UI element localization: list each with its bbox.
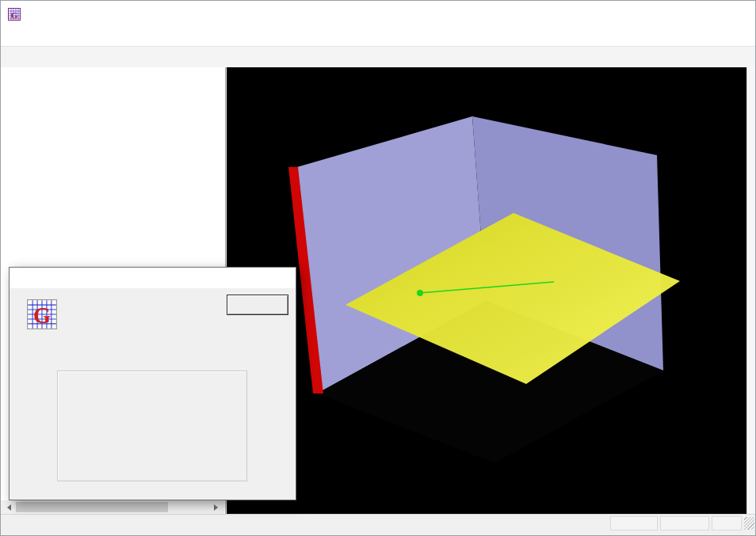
svg-text:G: G — [11, 10, 18, 20]
menu-view[interactable] — [17, 35, 31, 40]
menu-help[interactable] — [74, 35, 88, 40]
menu-bar — [1, 28, 755, 46]
menu-graphic[interactable] — [59, 35, 74, 40]
tree-hscrollbar — [1, 500, 224, 514]
menu-project[interactable] — [2, 35, 17, 40]
plot-right-margin — [746, 67, 756, 514]
dialog-title-bar — [10, 268, 296, 288]
skm-logo-icon: G — [27, 299, 57, 329]
status-bar — [1, 514, 755, 532]
ok-button[interactable] — [227, 295, 288, 315]
left-arrow-icon — [4, 504, 11, 511]
app-icon: G — [8, 8, 21, 21]
probe-marker — [417, 290, 423, 296]
app-window: G — [0, 0, 756, 536]
svg-text:G: G — [33, 303, 51, 328]
menu-study[interactable] — [31, 35, 45, 40]
tool-bar — [1, 46, 755, 69]
scroll-right-button[interactable] — [211, 500, 224, 514]
dialog-close-button[interactable] — [269, 268, 296, 288]
minimize-button[interactable] — [646, 1, 682, 28]
plot-canvas[interactable] — [227, 67, 746, 514]
contact-info-box — [57, 371, 247, 481]
status-pane-2 — [712, 516, 742, 530]
dialog-body: G — [10, 288, 296, 500]
menu-tools[interactable] — [45, 35, 59, 40]
right-arrow-icon — [214, 504, 221, 511]
scrollbar-thumb[interactable] — [16, 502, 168, 512]
status-num-indicator — [660, 516, 709, 530]
status-pane-1 — [610, 516, 658, 530]
close-button[interactable] — [719, 1, 755, 28]
about-dialog: G — [9, 267, 296, 500]
plot-area — [227, 67, 746, 514]
scroll-left-button[interactable] — [1, 500, 14, 514]
resize-grip[interactable] — [744, 517, 754, 530]
maximize-button[interactable] — [682, 1, 719, 28]
title-bar: G — [1, 1, 755, 28]
